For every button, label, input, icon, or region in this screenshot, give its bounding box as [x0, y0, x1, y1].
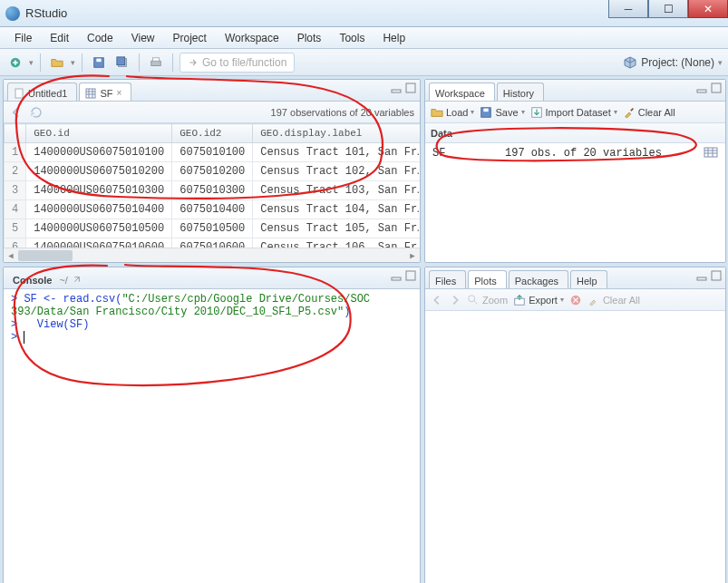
scroll-left-icon[interactable]: ◄ — [4, 248, 18, 263]
import-dataset-button[interactable]: Import Dataset▾ — [530, 106, 617, 119]
cell: 6075010100 — [172, 143, 253, 162]
clear-plots-button[interactable]: Clear All — [587, 294, 640, 306]
tab-untitled1[interactable]: Untitled1 — [7, 83, 77, 101]
tab-sf[interactable]: SF × — [79, 83, 131, 101]
menu-file[interactable]: File — [7, 30, 39, 46]
print-button[interactable] — [146, 53, 166, 73]
minimize-pane-icon[interactable] — [696, 270, 707, 284]
obs-info: 197 observations of 20 variables — [271, 107, 414, 118]
zoom-icon — [467, 294, 480, 306]
row-number: 6 — [5, 238, 26, 248]
row-number: 5 — [5, 219, 26, 238]
ws-save-button[interactable]: Save▾ — [480, 106, 524, 119]
load-button[interactable]: Load▾ — [431, 106, 474, 119]
save-all-button[interactable] — [112, 53, 132, 73]
table-icon[interactable] — [704, 147, 718, 158]
cell: 6075010600 — [172, 238, 253, 248]
table-row[interactable]: 21400000US060750102006075010200Census Tr… — [5, 162, 421, 181]
maximize-pane-icon[interactable] — [711, 83, 722, 96]
workspace-entry[interactable]: SF 197 obs. of 20 variables — [425, 143, 725, 262]
maximize-button[interactable]: ☐ — [648, 0, 688, 18]
table-row[interactable]: 41400000US060750104006075010400Census Tr… — [5, 200, 421, 219]
open-file-button[interactable] — [47, 53, 67, 73]
tab-history[interactable]: History — [497, 83, 544, 101]
floppy-stack-icon — [116, 56, 129, 69]
menu-code[interactable]: Code — [80, 30, 121, 46]
svg-rect-19 — [697, 277, 706, 280]
refresh-icon[interactable] — [29, 105, 44, 120]
col-geo-display[interactable]: GEO.display.label — [253, 124, 420, 143]
console-pane: Console ~/ > SF <- read.csv("C:/Users/cp… — [3, 267, 421, 583]
popout-icon[interactable] — [72, 276, 81, 285]
svg-rect-11 — [697, 90, 706, 92]
tab-plots[interactable]: Plots — [468, 270, 506, 288]
close-button[interactable]: ✕ — [688, 0, 728, 18]
svg-rect-5 — [151, 61, 161, 65]
table-row[interactable]: 31400000US060750103006075010300Census Tr… — [5, 181, 421, 200]
tab-workspace[interactable]: Workspace — [429, 83, 495, 101]
data-grid[interactable]: GEO.id GEO.id2 GEO.display.label 1140000… — [4, 123, 420, 248]
goto-file-input[interactable]: Go to file/function — [180, 53, 295, 73]
tab-files[interactable]: Files — [429, 270, 466, 288]
var-name: SF — [432, 147, 505, 160]
prev-plot-icon[interactable] — [431, 294, 443, 306]
menu-help[interactable]: Help — [375, 30, 413, 46]
cell: 6075010400 — [172, 200, 253, 219]
menu-project[interactable]: Project — [166, 30, 214, 46]
minimize-button[interactable]: ─ — [608, 0, 648, 18]
svg-rect-20 — [712, 271, 721, 280]
menu-view[interactable]: View — [124, 30, 162, 46]
table-row[interactable]: 11400000US060750101006075010100Census Tr… — [5, 143, 421, 162]
printer-icon — [150, 56, 162, 69]
maximize-pane-icon[interactable] — [405, 83, 416, 96]
tab-help[interactable]: Help — [570, 270, 607, 288]
minimize-pane-icon[interactable] — [391, 83, 402, 96]
export-button[interactable]: Export▾ — [513, 294, 564, 306]
console-body[interactable]: > SF <- read.csv("C:/Users/cpb/Google Dr… — [4, 289, 420, 583]
svg-rect-17 — [392, 277, 401, 280]
minimize-pane-icon[interactable] — [391, 270, 402, 284]
menu-edit[interactable]: Edit — [43, 30, 76, 46]
table-row[interactable]: 61400000US060750106006075010600Census Tr… — [5, 238, 421, 248]
scroll-thumb[interactable] — [18, 250, 73, 261]
svg-rect-14 — [484, 108, 489, 112]
folder-open-icon — [431, 106, 443, 119]
tab-packages[interactable]: Packages — [509, 270, 568, 288]
next-plot-icon[interactable] — [449, 294, 461, 306]
cell: 1400000US06075010100 — [26, 143, 172, 162]
svg-rect-8 — [86, 89, 95, 98]
save-button[interactable] — [89, 53, 109, 73]
svg-rect-10 — [406, 83, 415, 92]
cell: Census Tract 105, San Fr… — [253, 219, 420, 238]
remove-plot-icon[interactable] — [569, 294, 582, 306]
maximize-pane-icon[interactable] — [711, 270, 722, 284]
menu-plots[interactable]: Plots — [290, 30, 329, 46]
clear-all-button[interactable]: Clear All — [623, 106, 675, 119]
zoom-button[interactable]: Zoom — [467, 294, 508, 306]
project-label[interactable]: Project: (None) — [641, 56, 714, 69]
menu-workspace[interactable]: Workspace — [218, 30, 286, 46]
cell: 6075010300 — [172, 181, 253, 200]
cell: 6075010200 — [172, 162, 253, 181]
cell: Census Tract 101, San Fr… — [253, 143, 420, 162]
workspace-pane: Workspace History Load▾ Save▾ Import Dat… — [424, 79, 726, 263]
menu-tools[interactable]: Tools — [332, 30, 372, 46]
col-geo-id2[interactable]: GEO.id2 — [172, 124, 253, 143]
scroll-right-icon[interactable]: ► — [405, 248, 420, 263]
svg-rect-12 — [712, 83, 721, 92]
cell: Census Tract 106, San Fr… — [253, 238, 420, 248]
minimize-pane-icon[interactable] — [696, 83, 707, 96]
tab-close-icon[interactable]: × — [116, 88, 121, 98]
cell: 1400000US06075010600 — [26, 238, 172, 248]
cell: Census Tract 104, San Fr… — [253, 200, 420, 219]
table-row[interactable]: 51400000US060750105006075010500Census Tr… — [5, 219, 421, 238]
h-scrollbar[interactable]: ◄ ► — [4, 248, 420, 262]
cell: 1400000US06075010200 — [26, 162, 172, 181]
col-geo-id[interactable]: GEO.id — [26, 124, 172, 143]
svg-rect-18 — [406, 271, 415, 280]
back-arrow-icon[interactable] — [9, 105, 24, 120]
source-pane: Untitled1 SF × 197 observations of 20 va… — [3, 79, 421, 263]
maximize-pane-icon[interactable] — [405, 270, 416, 284]
menubar: File Edit Code View Project Workspace Pl… — [0, 27, 728, 49]
new-file-button[interactable] — [5, 53, 25, 73]
